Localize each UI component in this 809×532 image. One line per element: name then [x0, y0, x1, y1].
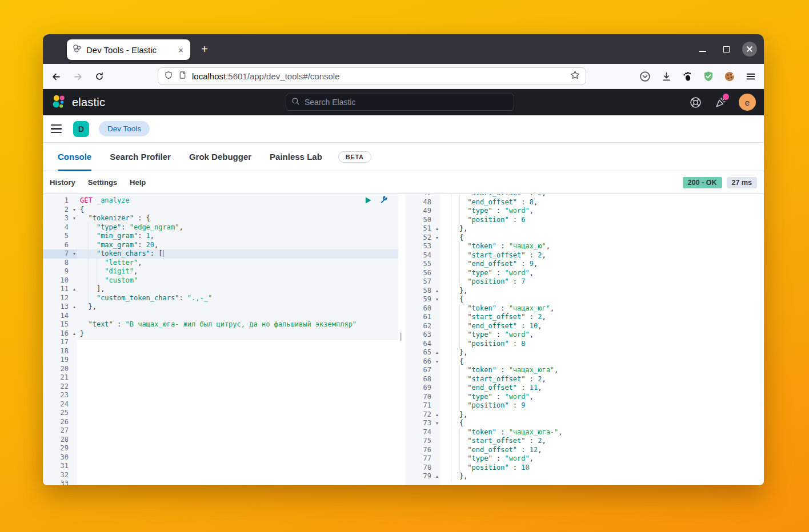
gutter-line-number[interactable]: 7▾: [43, 249, 77, 259]
code-line[interactable]: },: [440, 287, 764, 296]
code-line[interactable]: [77, 453, 398, 462]
divider-handle-icon[interactable]: [401, 333, 402, 341]
gnome-foot-icon[interactable]: [681, 70, 694, 83]
search-input[interactable]: [305, 98, 508, 107]
gutter-line-number[interactable]: 69: [406, 384, 440, 393]
code-line[interactable]: [77, 400, 398, 409]
gutter-line-number[interactable]: 57: [406, 277, 440, 287]
gutter-line-number[interactable]: 60: [406, 304, 440, 313]
code-line[interactable]: GET _analyze: [77, 196, 398, 205]
code-line[interactable]: "text" : "В чащах_юга- жил был цитрус, д…: [77, 320, 398, 329]
fold-toggle-icon[interactable]: ▴: [73, 329, 75, 338]
gutter-line-number[interactable]: 30: [43, 453, 77, 462]
code-line[interactable]: "token" : "чащах_юг",: [440, 304, 764, 313]
gutter-line-number[interactable]: 63: [406, 331, 440, 340]
gutter-line-number[interactable]: 18: [43, 347, 77, 356]
maximize-button[interactable]: [719, 42, 734, 57]
gutter-line-number[interactable]: 73▾: [406, 419, 440, 428]
gutter-line-number[interactable]: 76: [406, 446, 440, 455]
fold-toggle-icon[interactable]: ▴: [73, 285, 75, 294]
gutter-line-number[interactable]: 2▾: [43, 205, 77, 215]
breadcrumb[interactable]: Dev Tools: [99, 121, 150, 136]
gutter-line-number[interactable]: 4: [43, 223, 77, 232]
cookie-icon[interactable]: [723, 70, 736, 83]
gutter-line-number[interactable]: 59▾: [406, 295, 440, 304]
gutter-line-number[interactable]: 5: [43, 232, 77, 241]
settings-button[interactable]: Settings: [88, 178, 117, 187]
gutter-line-number[interactable]: 65▴: [406, 348, 440, 357]
gutter-line-number[interactable]: 61: [406, 313, 440, 322]
tab-console[interactable]: Console: [58, 143, 91, 171]
fold-toggle-icon[interactable]: ▴: [436, 224, 438, 233]
code-line[interactable]: [77, 409, 398, 418]
code-line[interactable]: [77, 462, 398, 471]
help-button[interactable]: Help: [130, 178, 146, 187]
gutter-line-number[interactable]: 79▴: [406, 472, 440, 481]
gutter-line-number[interactable]: 48: [406, 198, 440, 207]
tab-search-profiler[interactable]: Search Profiler: [110, 143, 171, 171]
fold-toggle-icon[interactable]: ▾: [73, 214, 75, 223]
gutter-line-number[interactable]: 49: [406, 207, 440, 216]
tab-painless-lab[interactable]: Painless Lab: [270, 143, 322, 171]
gutter-line-number[interactable]: 3▾: [43, 214, 77, 223]
code-line[interactable]: "type": "edge_ngram",: [77, 223, 398, 232]
code-line[interactable]: "max_gram": 20,: [77, 241, 398, 250]
gutter-line-number[interactable]: 64: [406, 340, 440, 349]
gutter-line-number[interactable]: 32: [43, 471, 77, 480]
gutter-line-number[interactable]: 10: [43, 276, 77, 285]
gutter-line-number[interactable]: 8: [43, 259, 77, 268]
code-line[interactable]: [77, 373, 398, 382]
fold-toggle-icon[interactable]: ▾: [436, 419, 438, 428]
fold-toggle-icon[interactable]: ▾: [73, 249, 75, 259]
browser-tab[interactable]: Dev Tools - Elastic ×: [67, 39, 190, 60]
code-line[interactable]: "position" : 7: [440, 277, 764, 287]
request-options-wrench-icon[interactable]: [379, 196, 388, 204]
code-line[interactable]: "position" : 10: [440, 464, 764, 473]
code-line[interactable]: "type" : "word",: [440, 207, 764, 216]
gutter-line-number[interactable]: 51▴: [406, 224, 440, 233]
gutter-line-number[interactable]: 62: [406, 322, 440, 331]
code-line[interactable]: "token" : "чащах_юга-",: [440, 428, 764, 437]
code-line[interactable]: }: [77, 329, 398, 338]
code-line[interactable]: {: [77, 205, 398, 215]
code-line[interactable]: "token" : "чащах_ю",: [440, 242, 764, 251]
gutter-line-number[interactable]: 71: [406, 401, 440, 410]
panel-divider[interactable]: [398, 194, 406, 485]
back-button[interactable]: [47, 68, 65, 85]
gutter-line-number[interactable]: 78: [406, 464, 440, 473]
code-line[interactable]: {: [440, 419, 764, 428]
newsfeed-icon[interactable]: [714, 95, 727, 109]
send-request-button[interactable]: [364, 196, 373, 204]
fold-toggle-icon[interactable]: ▾: [73, 205, 75, 215]
gutter-line-number[interactable]: 22: [43, 382, 77, 392]
global-search[interactable]: [286, 94, 514, 111]
code-line[interactable]: "type" : "word",: [440, 393, 764, 402]
code-line[interactable]: [77, 418, 398, 427]
gutter-line-number[interactable]: 23: [43, 391, 77, 400]
nav-menu-icon[interactable]: [51, 124, 63, 134]
code-line[interactable]: "end_offset" : 11,: [440, 384, 764, 393]
code-line[interactable]: "end_offset" : 8,: [440, 198, 764, 207]
gutter-line-number[interactable]: 29: [43, 444, 77, 453]
tab-grok-debugger[interactable]: Grok Debugger: [189, 143, 251, 171]
gutter-line-number[interactable]: 15: [43, 320, 77, 329]
code-line[interactable]: [77, 347, 398, 356]
tab-close-icon[interactable]: ×: [177, 45, 185, 55]
fold-toggle-icon[interactable]: ▴: [436, 410, 438, 420]
code-line[interactable]: {: [440, 233, 764, 243]
code-line[interactable]: {: [440, 295, 764, 304]
gutter-line-number[interactable]: 14: [43, 312, 77, 321]
gutter-line-number[interactable]: 19: [43, 356, 77, 365]
code-line[interactable]: "min_gram": 1,: [77, 232, 398, 241]
fold-toggle-icon[interactable]: ▾: [436, 233, 438, 243]
code-line[interactable]: "end_offset" : 12,: [440, 446, 764, 455]
page-info-icon[interactable]: [178, 71, 187, 82]
bookmark-star-icon[interactable]: [570, 70, 580, 82]
gutter-line-number[interactable]: 70: [406, 393, 440, 402]
gutter-line-number[interactable]: 25: [43, 409, 77, 418]
gutter-line-number[interactable]: 20: [43, 365, 77, 374]
gutter-line-number[interactable]: 12: [43, 294, 77, 303]
fold-toggle-icon[interactable]: ▴: [436, 472, 438, 481]
fold-toggle-icon[interactable]: ▾: [436, 295, 438, 304]
minimize-button[interactable]: [695, 42, 710, 57]
